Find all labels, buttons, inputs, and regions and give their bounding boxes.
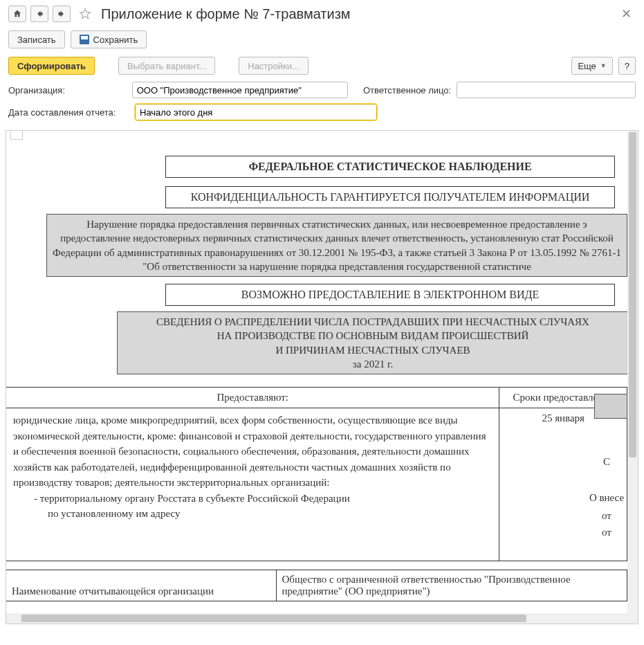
- horizontal-scrollbar[interactable]: [6, 613, 627, 624]
- arrow-left-icon: [35, 10, 44, 18]
- table-row: юридические лица, кроме микропредприятий…: [6, 408, 627, 561]
- forward-button[interactable]: [53, 6, 71, 22]
- col-provide-header: Предоставляют:: [6, 388, 499, 408]
- report-preview: ФЕДЕРАЛЬНОЕ СТАТИСТИЧЕСКОЕ НАБЛЮДЕНИЕ КО…: [6, 130, 638, 624]
- vertical-scrollbar[interactable]: [627, 131, 638, 624]
- chevron-down-icon: ▼: [600, 62, 607, 69]
- org-name-value-cell: Общество с ограниченной ответственностью…: [276, 570, 627, 601]
- close-button[interactable]: ✕: [617, 6, 636, 21]
- favorite-button[interactable]: [77, 6, 93, 21]
- table-row: Наименование отчитывающейся организации …: [6, 570, 627, 601]
- side-text-o: О внесе: [586, 492, 627, 504]
- doc-info-box: СВЕДЕНИЯ О РАСПРЕДЕЛЕНИИ ЧИСЛА ПОСТРАДАВ…: [117, 311, 629, 374]
- org-label: Организация:: [8, 85, 127, 96]
- side-text-c: С: [586, 456, 627, 468]
- provide-bullet-1b: по установленному им адресу: [13, 506, 492, 522]
- toolbar-secondary: Сформировать Выбрать вариант... Настройк…: [0, 53, 644, 79]
- doc-eform-box: ВОЗМОЖНО ПРЕДОСТАВЛЕНИЕ В ЭЛЕКТРОННОМ ВИ…: [165, 284, 615, 306]
- arrow-right-icon: [57, 10, 66, 18]
- responsible-label: Ответственное лицо:: [363, 85, 451, 96]
- vertical-scroll-thumb[interactable]: [629, 132, 636, 457]
- help-button[interactable]: ?: [618, 57, 636, 75]
- org-name-table: Наименование отчитывающейся организации …: [6, 570, 627, 601]
- more-button-label: Еще: [578, 61, 596, 71]
- window-title: Приложение к форме № 7-травматизм: [101, 6, 613, 22]
- more-button[interactable]: Еще ▼: [571, 57, 612, 75]
- report-body: ФЕДЕРАЛЬНОЕ СТАТИСТИЧЕСКОЕ НАБЛЮДЕНИЕ КО…: [6, 131, 638, 624]
- form-row-date: Дата составления отчета:: [0, 101, 644, 123]
- write-button[interactable]: Записать: [8, 30, 65, 48]
- save-button-label: Сохранить: [93, 35, 138, 45]
- doc-warning-box: Нарушение порядка предоставления первичн…: [46, 214, 627, 277]
- home-button[interactable]: [8, 6, 26, 22]
- side-text-ot1: от: [586, 510, 627, 522]
- doc-heading-1: ФЕДЕРАЛЬНОЕ СТАТИСТИЧЕСКОЕ НАБЛЮДЕНИЕ: [165, 156, 615, 178]
- home-icon: [12, 9, 22, 19]
- responsible-input[interactable]: [457, 82, 636, 98]
- provide-text: юридические лица, кроме микропредприятий…: [13, 412, 492, 491]
- toolbar-primary: Записать Сохранить: [0, 26, 644, 53]
- doc-info-line3: И ПРИЧИНАМ НЕСЧАСТНЫХ СЛУЧАЕВ: [123, 343, 623, 357]
- side-gray-box: [594, 394, 627, 419]
- back-button[interactable]: [30, 6, 48, 22]
- generate-button[interactable]: Сформировать: [8, 57, 95, 75]
- doc-info-line4: за 2021 г.: [123, 357, 623, 371]
- save-button[interactable]: Сохранить: [71, 30, 147, 48]
- save-icon: [80, 35, 89, 44]
- report-date-input[interactable]: [135, 104, 377, 120]
- col-provide-cell: юридические лица, кроме микропредприятий…: [6, 408, 499, 561]
- report-date-label: Дата составления отчета:: [8, 107, 129, 118]
- title-bar: Приложение к форме № 7-травматизм ✕: [0, 0, 644, 26]
- form-row-org: Организация: Ответственное лицо:: [0, 79, 644, 101]
- doc-heading-2: КОНФИДЕНЦИАЛЬНОСТЬ ГАРАНТИРУЕТСЯ ПОЛУЧАТ…: [165, 186, 615, 208]
- doc-info-line1: СВЕДЕНИЯ О РАСПРЕДЕЛЕНИИ ЧИСЛА ПОСТРАДАВ…: [123, 315, 623, 329]
- doc-info-line2: НА ПРОИЗВОДСТВЕ ПО ОСНОВНЫМ ВИДАМ ПРОИСШ…: [123, 329, 623, 343]
- star-icon: [79, 8, 91, 20]
- close-icon: ✕: [621, 7, 632, 21]
- horizontal-scroll-thumb[interactable]: [21, 615, 526, 622]
- table-header-row: Предоставляют: Сроки предоставления: [6, 388, 627, 408]
- provide-bullet-1: - территориальному органу Росстата в суб…: [13, 491, 492, 507]
- org-input[interactable]: [132, 82, 348, 98]
- org-name-label-cell: Наименование отчитывающейся организации: [6, 570, 276, 601]
- choose-variant-button[interactable]: Выбрать вариант...: [118, 57, 215, 75]
- settings-button[interactable]: Настройки...: [239, 57, 309, 75]
- side-text-ot2: от: [586, 527, 627, 538]
- submission-table: Предоставляют: Сроки предоставления юрид…: [6, 387, 627, 561]
